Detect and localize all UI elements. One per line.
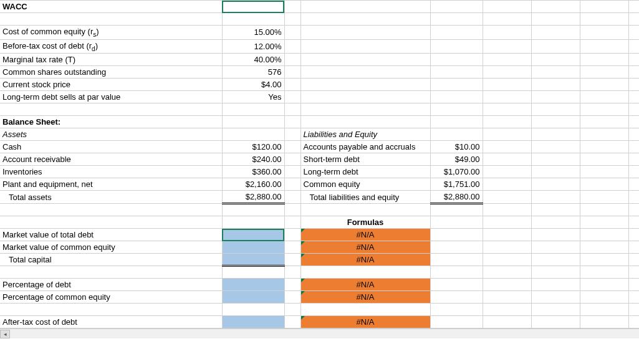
cell[interactable] <box>300 91 430 103</box>
cell[interactable] <box>430 229 483 241</box>
cell[interactable] <box>483 13 531 26</box>
formula-mv-equity[interactable]: #N/A <box>300 241 430 254</box>
cell[interactable] <box>430 204 483 216</box>
cell[interactable] <box>531 304 580 316</box>
label-total-capital[interactable]: Total capital <box>0 254 222 266</box>
formula-pct-equity[interactable]: #N/A <box>300 291 430 304</box>
cell[interactable] <box>284 1 300 13</box>
cell[interactable] <box>580 229 628 241</box>
cell[interactable] <box>531 54 580 66</box>
value-ap[interactable]: $10.00 <box>430 141 483 153</box>
cell[interactable] <box>628 291 639 304</box>
value-total-assets[interactable]: $2,880.00 <box>222 191 284 204</box>
cell[interactable] <box>531 266 580 279</box>
cell[interactable] <box>483 66 531 79</box>
cell[interactable] <box>0 304 222 316</box>
cell[interactable] <box>483 279 531 291</box>
label-mv-debt[interactable]: Market value of total debt <box>0 229 222 241</box>
label-formulas[interactable]: Formulas <box>300 216 430 229</box>
cell[interactable] <box>284 54 300 66</box>
scroll-left-button[interactable]: ◂ <box>0 330 10 338</box>
cell[interactable] <box>580 1 628 13</box>
cell[interactable] <box>628 241 639 254</box>
cell[interactable] <box>628 66 639 79</box>
cell[interactable] <box>628 39 639 54</box>
label-shares[interactable]: Common shares outstanding <box>0 66 222 79</box>
cell[interactable] <box>628 229 639 241</box>
label-inv[interactable]: Inventories <box>0 166 222 178</box>
cell[interactable] <box>284 316 300 328</box>
cell[interactable] <box>628 216 639 229</box>
cell[interactable] <box>284 204 300 216</box>
cell[interactable] <box>483 39 531 54</box>
label-cash[interactable]: Cash <box>0 141 222 153</box>
cell[interactable] <box>300 266 430 279</box>
cell[interactable] <box>430 66 483 79</box>
cell[interactable] <box>300 54 430 66</box>
formula-mv-debt[interactable]: #N/A <box>300 229 430 241</box>
cell[interactable] <box>430 1 483 13</box>
cell[interactable] <box>430 316 483 328</box>
cell[interactable] <box>483 204 531 216</box>
label-ap[interactable]: Accounts payable and accruals <box>300 141 430 153</box>
cell[interactable] <box>531 128 580 141</box>
input-total-capital[interactable] <box>222 254 284 266</box>
cell[interactable] <box>531 241 580 254</box>
cell[interactable] <box>430 54 483 66</box>
label-cost-common-equity[interactable]: Cost of common equity (rs) <box>0 26 222 40</box>
cell[interactable] <box>222 116 284 128</box>
cell[interactable] <box>580 13 628 26</box>
cell[interactable] <box>284 141 300 153</box>
cell[interactable] <box>531 39 580 54</box>
label-total-liab-equity[interactable]: Total liabilities and equity <box>300 191 430 204</box>
label-total-assets[interactable]: Total assets <box>0 191 222 204</box>
value-stock-price[interactable]: $4.00 <box>222 79 284 91</box>
cell[interactable] <box>483 166 531 178</box>
cell[interactable] <box>284 39 300 54</box>
cell[interactable] <box>222 128 284 141</box>
cell[interactable] <box>628 13 639 26</box>
label-balance-sheet[interactable]: Balance Sheet: <box>0 116 222 128</box>
cell[interactable] <box>284 178 300 191</box>
label-std[interactable]: Short-term debt <box>300 153 430 166</box>
cell[interactable] <box>284 103 300 116</box>
cell[interactable] <box>0 103 222 116</box>
cell[interactable] <box>430 254 483 266</box>
cell-title[interactable]: WACC <box>0 1 222 13</box>
cell[interactable] <box>430 279 483 291</box>
cell[interactable] <box>284 229 300 241</box>
cell[interactable] <box>628 1 639 13</box>
cell[interactable] <box>300 1 430 13</box>
formula-at-cost-debt[interactable]: #N/A <box>300 316 430 328</box>
cell[interactable] <box>284 79 300 91</box>
cell[interactable] <box>483 153 531 166</box>
cell[interactable] <box>284 128 300 141</box>
cell[interactable] <box>430 216 483 229</box>
label-stock-price[interactable]: Current stock price <box>0 79 222 91</box>
cell[interactable] <box>284 266 300 279</box>
cell[interactable] <box>430 91 483 103</box>
cell[interactable] <box>300 304 430 316</box>
value-ltd-par[interactable]: Yes <box>222 91 284 103</box>
cell[interactable] <box>580 91 628 103</box>
formula-pct-debt[interactable]: #N/A <box>300 279 430 291</box>
cell[interactable] <box>284 91 300 103</box>
cell[interactable] <box>284 191 300 204</box>
label-ce[interactable]: Common equity <box>300 178 430 191</box>
cell[interactable] <box>430 13 483 26</box>
cell[interactable] <box>284 153 300 166</box>
label-ar[interactable]: Account receivable <box>0 153 222 166</box>
cell[interactable] <box>531 1 580 13</box>
cell[interactable] <box>580 26 628 40</box>
label-ltd-par[interactable]: Long-term debt sells at par value <box>0 91 222 103</box>
cell[interactable] <box>483 128 531 141</box>
cell[interactable] <box>300 79 430 91</box>
input-mv-debt[interactable] <box>222 229 284 241</box>
cell[interactable] <box>430 291 483 304</box>
cell[interactable] <box>580 241 628 254</box>
cell[interactable] <box>628 116 639 128</box>
label-marginal-tax[interactable]: Marginal tax rate (T) <box>0 54 222 66</box>
cell[interactable] <box>483 304 531 316</box>
cell[interactable] <box>430 241 483 254</box>
cell[interactable] <box>483 79 531 91</box>
